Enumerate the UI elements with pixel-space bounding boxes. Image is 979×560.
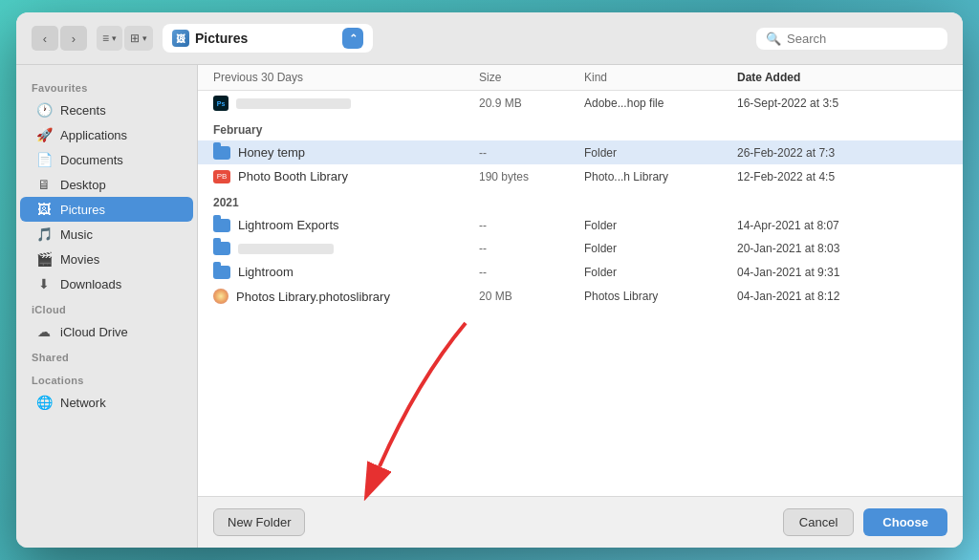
sidebar: Favourites 🕐 Recents 🚀 Applications 📄 Do… [16,65,198,548]
section-label-february: February [198,116,963,140]
sidebar-label-applications: Applications [60,128,127,142]
file-name-cell [213,242,479,255]
filename-text: Lightroom Exports [238,218,339,232]
sidebar-item-applications[interactable]: 🚀 Applications [20,122,193,147]
table-row[interactable]: Lightroom -- Folder 04-Jan-2021 at 9:31 [198,260,963,284]
blurred-filename [236,98,351,109]
sidebar-label-movies: Movies [60,252,99,267]
search-input[interactable] [787,32,938,46]
file-kind: Photos Library [584,290,737,303]
file-date: 20-Jan-2021 at 8:03 [737,242,947,255]
sidebar-label-pictures: Pictures [60,203,105,217]
grid-view-icon: ⊞ [130,32,140,45]
file-name-cell: Lightroom [213,265,479,279]
file-kind: Folder [584,266,737,279]
sidebar-label-documents: Documents [60,153,123,167]
filename-text: Honey temp [238,145,305,160]
folder-icon [213,266,230,279]
file-date: 04-Jan-2021 at 8:12 [737,290,947,303]
icloud-label: iCloud [16,296,197,319]
cancel-button[interactable]: Cancel [783,508,854,536]
sidebar-item-recents[interactable]: 🕐 Recents [20,97,193,122]
main-content: Previous 30 Days Size Kind Date Added Ps… [198,65,963,496]
sidebar-item-network[interactable]: 🌐 Network [20,390,193,415]
list-view-icon: ≡ [102,32,109,45]
file-table: Ps 20.9 MB Adobe...hop file 16-Sept-2022… [198,91,963,496]
sidebar-item-documents[interactable]: 📄 Documents [20,147,193,172]
sidebar-item-music[interactable]: 🎵 Music [20,222,193,247]
sidebar-label-network: Network [60,396,106,410]
sidebar-item-pictures[interactable]: 🖼 Pictures [20,197,193,222]
list-view-chevron: ▾ [112,33,117,43]
grid-view-chevron: ▾ [142,33,147,43]
file-kind: Folder [584,242,737,255]
table-row[interactable]: Photos Library.photoslibrary 20 MB Photo… [198,284,963,309]
sidebar-item-icloud-drive[interactable]: ☁ iCloud Drive [20,319,193,344]
choose-button[interactable]: Choose [863,508,947,536]
dialog-footer: New Folder Cancel Choose [198,496,963,548]
file-date: 16-Sept-2022 at 3:5 [737,97,947,110]
new-folder-button[interactable]: New Folder [213,508,305,536]
folder-icon [213,219,230,232]
search-icon: 🔍 [766,32,781,46]
nav-buttons: ‹ › [32,26,87,51]
locations-section-label: Locations [16,367,197,390]
music-icon: 🎵 [35,226,53,242]
blurred-filename [238,244,334,254]
file-kind: Folder [584,146,737,160]
applications-icon: 🚀 [35,127,53,142]
sidebar-label-downloads: Downloads [60,277,121,291]
save-dialog: ‹ › ≡ ▾ ⊞ ▾ 🖼 Pictures ⌃ 🔍 [16,12,963,548]
shared-section-label: Shared [16,344,197,367]
table-row[interactable]: Ps 20.9 MB Adobe...hop file 16-Sept-2022… [198,91,963,116]
file-kind: Adobe...hop file [584,97,737,110]
favourites-label: Favourites [16,75,197,97]
file-table-header: Previous 30 Days Size Kind Date Added [198,65,963,91]
forward-button[interactable]: › [60,26,87,51]
file-name-cell: Lightroom Exports [213,218,479,232]
dialog-header: ‹ › ≡ ▾ ⊞ ▾ 🖼 Pictures ⌃ 🔍 [16,12,963,65]
recents-icon: 🕐 [35,102,53,118]
sidebar-label-icloud-drive: iCloud Drive [60,325,128,339]
photolibrary-icon [213,289,228,304]
location-folder-icon: 🖼 [172,30,189,47]
filename-text: Photo Booth Library [238,169,348,183]
grid-view-button[interactable]: ⊞ ▾ [124,26,153,51]
file-name-cell: Photos Library.photoslibrary [213,289,479,304]
file-date: 14-Apr-2021 at 8:07 [737,219,947,232]
list-view-button[interactable]: ≡ ▾ [97,26,122,51]
file-size: 20.9 MB [479,97,584,110]
file-kind: Folder [584,219,737,232]
table-row[interactable]: PB Photo Booth Library 190 bytes Photo..… [198,164,963,188]
footer-actions: Cancel Choose [783,508,947,536]
desktop-icon: 🖥 [35,177,53,192]
network-icon: 🌐 [35,395,53,410]
sidebar-item-downloads[interactable]: ⬇ Downloads [20,271,193,296]
sidebar-item-movies[interactable]: 🎬 Movies [20,247,193,271]
file-date: 26-Feb-2022 at 7:3 [737,146,947,160]
sidebar-label-music: Music [60,227,93,242]
filename-text: Photos Library.photoslibrary [236,290,390,304]
sidebar-label-desktop: Desktop [60,178,106,192]
photoshop-icon: Ps [213,96,228,111]
sidebar-item-desktop[interactable]: 🖥 Desktop [20,172,193,197]
folder-icon [213,146,230,160]
file-name-cell: PB Photo Booth Library [213,169,479,183]
location-picker[interactable]: 🖼 Pictures ⌃ [163,24,373,53]
downloads-icon: ⬇ [35,276,53,291]
table-row[interactable]: -- Folder 20-Jan-2021 at 8:03 [198,237,963,260]
table-row[interactable]: Honey temp -- Folder 26-Feb-2022 at 7:3 [198,140,963,164]
back-button[interactable]: ‹ [32,26,58,51]
file-size: 190 bytes [479,170,584,183]
main-content-wrapper: Previous 30 Days Size Kind Date Added Ps… [198,65,963,548]
location-chevron[interactable]: ⌃ [342,28,363,49]
sidebar-label-recents: Recents [60,103,106,118]
table-row[interactable]: Lightroom Exports -- Folder 14-Apr-2021 … [198,213,963,237]
file-kind: Photo...h Library [584,170,737,183]
section-label-2021: 2021 [198,188,963,213]
file-date: 12-Feb-2022 at 4:5 [737,170,947,183]
file-name-cell: Honey temp [213,145,479,160]
location-label: Pictures [195,31,248,46]
file-size: -- [479,242,584,255]
file-size: -- [479,146,584,160]
